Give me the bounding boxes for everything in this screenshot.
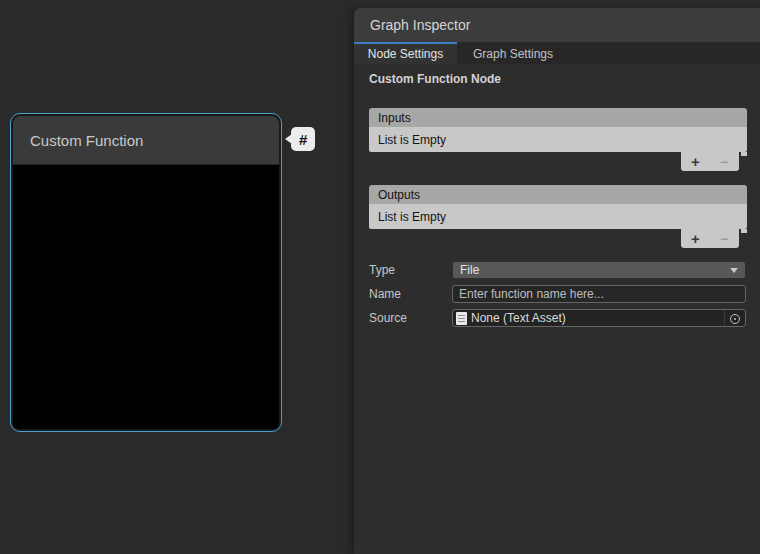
text-asset-icon <box>456 312 467 325</box>
source-object-field[interactable]: None (Text Asset) <box>452 309 746 327</box>
name-row: Name <box>369 285 746 303</box>
inputs-list: Inputs List is Empty + − <box>369 108 747 173</box>
panel-header[interactable]: Graph Inspector <box>354 8 760 42</box>
inputs-remove-button[interactable]: − <box>710 152 739 171</box>
inputs-list-buttons: + − <box>681 152 739 171</box>
tab-graph-settings[interactable]: Graph Settings <box>457 42 569 64</box>
source-label: Source <box>369 311 452 325</box>
inputs-empty-label: List is Empty <box>378 133 446 147</box>
inputs-list-footer: + − <box>369 152 747 173</box>
hash-badge-button[interactable]: # <box>291 127 315 151</box>
graph-canvas[interactable]: Custom Function # <box>0 0 353 554</box>
inputs-header-label: Inputs <box>378 111 411 125</box>
outputs-list-header: Outputs <box>369 185 747 204</box>
outputs-header-label: Outputs <box>378 188 420 202</box>
tab-label: Node Settings <box>368 47 443 61</box>
hash-icon: # <box>299 132 307 147</box>
outputs-empty-label: List is Empty <box>378 210 446 224</box>
badge-tail <box>285 134 292 144</box>
type-label: Type <box>369 263 452 277</box>
outputs-list: Outputs List is Empty + − <box>369 185 747 250</box>
panel-title: Graph Inspector <box>370 17 470 33</box>
list-corner <box>741 152 747 156</box>
name-label: Name <box>369 287 452 301</box>
outputs-add-button[interactable]: + <box>681 229 710 248</box>
outputs-list-body: List is Empty <box>369 204 747 229</box>
inputs-list-header: Inputs <box>369 108 747 127</box>
chevron-down-icon <box>730 268 738 273</box>
inputs-add-button[interactable]: + <box>681 152 710 171</box>
type-dropdown[interactable]: File <box>452 261 746 279</box>
source-row: Source None (Text Asset) <box>369 309 746 327</box>
tab-node-settings[interactable]: Node Settings <box>354 42 457 64</box>
outputs-list-footer: + − <box>369 229 747 250</box>
node-preview-body <box>13 165 279 429</box>
object-picker-icon[interactable] <box>724 310 745 326</box>
type-row: Type File <box>369 261 746 279</box>
outputs-remove-button[interactable]: − <box>710 229 739 248</box>
type-dropdown-value: File <box>460 263 479 277</box>
tab-bar: Node Settings Graph Settings <box>354 42 760 64</box>
list-corner <box>741 229 747 233</box>
section-title: Custom Function Node <box>369 72 501 86</box>
custom-function-node[interactable]: Custom Function <box>10 113 282 432</box>
node-frame: Custom Function <box>13 116 279 429</box>
tab-label: Graph Settings <box>473 47 553 61</box>
graph-inspector-panel: Graph Inspector Node Settings Graph Sett… <box>353 8 760 554</box>
outputs-list-buttons: + − <box>681 229 739 248</box>
node-title: Custom Function <box>30 132 143 149</box>
inputs-list-body: List is Empty <box>369 127 747 152</box>
source-object-value: None (Text Asset) <box>471 311 566 325</box>
function-name-input[interactable] <box>452 285 746 303</box>
node-title-bar[interactable]: Custom Function <box>13 116 279 165</box>
